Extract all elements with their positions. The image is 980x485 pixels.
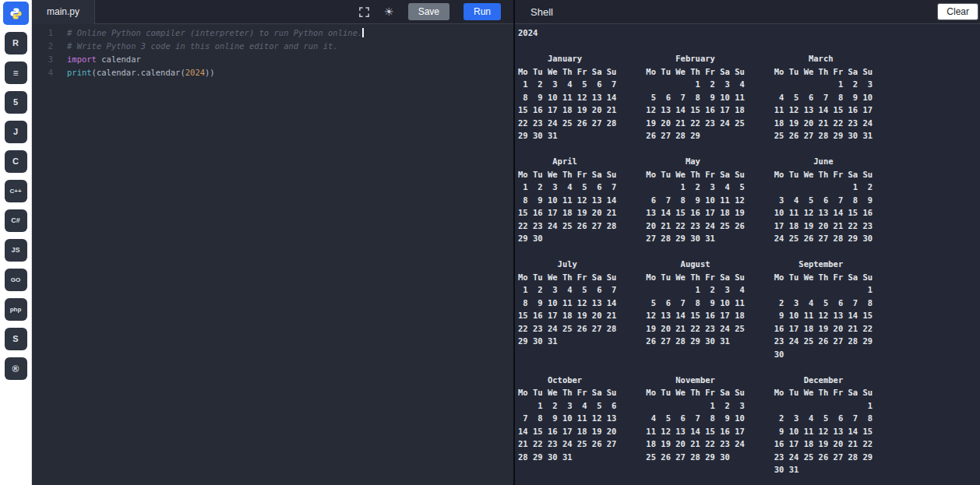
editor-toolbar: ☀ Save Run [358,3,513,20]
shell-title: Shell [515,6,553,18]
python-icon [9,7,23,20]
sidebar-item-php[interactable]: php [5,298,27,321]
keyword-token: import [67,54,97,64]
sidebar-item-html[interactable]: 5 [5,91,27,114]
identifier-token: calendar [97,54,141,64]
javascript-icon: JS [11,247,19,254]
fullscreen-button[interactable] [358,6,370,18]
sidebar-item-r[interactable]: R [5,32,27,54]
sidebar-item-js[interactable]: JS [5,239,27,262]
editor-pane: main.py ☀ Save Run 1 2 3 4 [32,0,513,485]
csharp-language-icon: C# [11,217,20,224]
line-number: 4 [32,66,53,79]
r-language-icon: R [12,39,19,47]
code-editor[interactable]: 1 2 3 4 # Online Python compiler (interp… [32,24,513,485]
c-language-icon: C [12,157,19,166]
sidebar-item-go[interactable]: GO [5,269,27,291]
tab-label: main.py [47,6,79,17]
number-token: 2024 [185,68,205,77]
code-line: print(calendar.calendar(2024)) [67,66,364,79]
java-coffee-icon: J [13,128,18,136]
shell-topbar: Shell Clear [515,0,980,24]
comment-text: # Write Python 3 code in this online edi… [67,41,338,51]
save-button[interactable]: Save [408,3,449,20]
builtin-token: print [67,68,92,77]
sidebar-item-java[interactable]: J [5,121,27,143]
punct-token: )) [205,68,215,77]
comment-text: # Online Python compiler (interpreter) t… [67,28,362,37]
line-number: 1 [32,26,53,40]
sun-icon: ☀ [384,6,394,17]
run-button[interactable]: Run [464,3,501,20]
clear-button[interactable]: Clear [937,3,978,20]
editor-topbar: main.py ☀ Save Run [32,0,513,24]
sidebar-item-cpp[interactable]: C++ [5,180,27,202]
tab-main-py[interactable]: main.py [32,0,95,24]
theme-toggle-button[interactable]: ☀ [384,6,394,17]
html5-shield-icon: 5 [13,98,18,107]
rust-gear-icon: ® [12,364,19,374]
go-language-icon: GO [11,277,20,283]
sidebar-item-swift[interactable]: S [5,328,27,350]
sidebar-item-sql[interactable]: ≡ [5,62,27,84]
swift-bird-icon: S [12,335,18,343]
line-numbers: 1 2 3 4 [32,26,60,485]
shell-output[interactable]: 2024 January February March Mo Tu We Th … [515,24,980,485]
line-number: 2 [32,40,53,53]
php-language-icon: php [10,307,22,313]
main-area: main.py ☀ Save Run 1 2 3 4 [32,0,980,485]
line-number: 3 [32,53,53,66]
sidebar-item-python[interactable] [3,2,29,25]
code-content: # Online Python compiler (interpreter) t… [60,26,364,485]
language-sidebar: R ≡ 5 J C C++ C# JS GO php S ® [0,0,32,485]
code-line: # Online Python compiler (interpreter) t… [67,26,364,40]
code-line: # Write Python 3 code in this online edi… [67,40,364,53]
fullscreen-icon [358,6,370,18]
sidebar-item-c[interactable]: C [5,150,27,173]
database-icon: ≡ [12,69,18,78]
cpp-language-icon: C++ [9,188,21,195]
code-line: import calendar [67,53,364,66]
sidebar-item-rust[interactable]: ® [5,357,27,380]
shell-pane: Shell Clear 2024 January February March … [513,0,980,485]
sidebar-item-csharp[interactable]: C# [5,209,27,232]
text-cursor [362,28,364,37]
identifier-token: calendar.calendar [97,68,180,77]
